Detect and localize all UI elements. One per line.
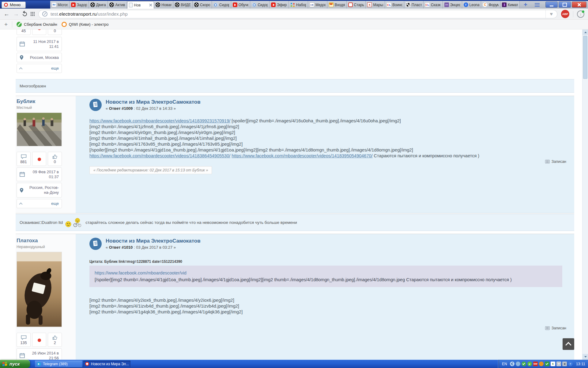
location-pin-icon [20,188,24,193]
username-link[interactable]: Платоха [17,238,76,244]
scroll-to-top-button[interactable] [563,338,574,350]
location-text: Россия, Ростов-на-Дону [26,185,59,195]
bookmark-qiwi[interactable]: QIWI (Киви) - электро [62,22,109,27]
browser-tab[interactable]: Сидор [212,1,231,9]
browser-tab[interactable]: Сидор [250,1,270,9]
browser-tab[interactable]: Leonar [462,1,481,9]
body-line: [img2 thumb=./images/4/1g4qk36_thumb.jpe… [89,309,566,315]
location-box: Россия, Москва [17,53,62,62]
minimize-button[interactable] [545,2,558,8]
taskbar-button-opera[interactable]: Новости из Мира Эл... [83,361,130,367]
post-row-1010: Платоха Неравнодушный 135 2 [16,234,574,360]
browser-tab[interactable]: Двига [89,1,108,9]
tray-help-icon[interactable]: ? [568,362,573,366]
browser-tab[interactable]: Стары [347,1,366,9]
opera-menu-button[interactable]: Меню [2,2,26,8]
likes-count-box: 0 [48,29,62,35]
address-bar[interactable]: test.electrotransport.ru/ussr/index.php … [38,10,557,18]
speed-dial-button[interactable] [31,12,35,16]
messages-count: 135 [20,340,27,345]
youtube-icon [71,2,76,7]
username-link[interactable]: Бублик [17,98,76,105]
tray-volume-icon[interactable] [562,362,567,366]
forward-button[interactable]: → [13,11,19,17]
browser-tab[interactable]: Скоро [193,1,212,9]
topic-title-link[interactable]: Новости из Мира ЭлектроСамокатов [106,238,201,244]
browser-tab[interactable]: Форум [481,1,500,9]
join-date-box: 11 Ноя 2017 в 11:41 [17,37,62,51]
browser-tab[interactable]: Новая [154,1,173,9]
likes-count: 2 [54,340,56,345]
browser-tab[interactable]: Актив [108,1,127,9]
pin-box [32,152,46,166]
tray-flag-icon[interactable] [545,362,549,366]
scrollbar-thumb[interactable] [583,36,587,79]
start-button[interactable]: пуск [0,360,30,368]
last-edit-note: « Последнее редактирование: 02 Дек 2017 … [89,166,212,174]
thumbs-up-icon [52,335,57,340]
back-button[interactable]: ← [4,11,9,17]
taskbar-button-telegram[interactable]: Telegram (389) [35,361,82,367]
youtube-icon [271,2,276,7]
topic-title-link[interactable]: Новости из Мира ЭлектроСамокатов [106,99,201,105]
scrollbar-up-arrow[interactable] [582,29,588,35]
page-scrollbar[interactable] [582,29,588,360]
close-button[interactable] [572,2,586,8]
browser-tab[interactable]: Пласти [404,1,424,9]
new-tab-button[interactable]: + [520,1,531,9]
site-badge-icon[interactable] [42,11,47,17]
more-info-toggle[interactable]: еще [17,199,62,208]
tab-label: Microsof [58,3,68,7]
browser-tab[interactable]: Набор [289,1,308,9]
browser-tab[interactable]: Марья [366,1,385,9]
browser-tab[interactable]: Задорн [70,1,89,9]
facebook-video-link[interactable]: https://www.facebook.com/mboardescooter/… [89,118,230,123]
tray-sw-cube-icon[interactable]: SW [533,362,538,366]
film-reel-icon [109,2,114,7]
browser-tab[interactable]: ВИДЕО [173,1,193,9]
more-info-toggle[interactable]: еще [17,64,62,73]
logged-row: Записан [89,159,566,164]
tray-mail-icon[interactable] [556,362,561,366]
browser-tab[interactable]: Медоф [308,1,327,9]
tab-label: Актив [115,3,125,7]
browser-tab[interactable]: Энцеф [443,1,462,9]
facebook-video-link[interactable]: https://www.facebook.com/mboardescooter/… [89,153,230,158]
avatar-image [17,252,62,327]
browser-tab-active[interactable]: Нов [127,1,154,9]
tray-finance-icon[interactable]: $ [551,362,555,366]
reload-button[interactable] [22,11,28,17]
tab-list-button[interactable] [531,1,543,9]
browser-tab[interactable]: Сказк [424,1,443,9]
tray-utorrent-icon[interactable]: µ [527,362,532,366]
tray-telegram-icon[interactable] [516,362,520,366]
film-reel-icon [90,2,95,7]
meta-open: « [106,245,109,250]
quoted-link[interactable]: https://www.facebook.com/mboardescooter/… [95,270,557,276]
browser-tab[interactable]: Воино [385,1,404,9]
scrollbar-down-arrow[interactable] [582,354,588,360]
browser-tab[interactable]: Входя [327,1,347,9]
bookmark-sberbank[interactable]: Сбербанк Онлайн [17,22,57,27]
add-bookmark-button[interactable]: + [4,21,8,28]
quote-header: Цитата: Бублик link=msg=1228871 date=151… [89,259,566,264]
maximize-button[interactable] [559,2,571,8]
language-indicator[interactable]: EN [500,362,509,366]
bookmark-heart-button[interactable]: ♥ [545,10,557,18]
browser-tab[interactable]: Обуче [231,1,251,9]
download-button[interactable]: ↓ [577,10,584,18]
facebook-video-link[interactable]: https://www.facebook.com/mboardescooter/… [232,153,372,158]
quote-box: https://www.facebook.com/mboardescooter/… [89,266,562,287]
tray-notification-icon[interactable] [539,362,544,366]
cl-badge-icon [386,2,391,7]
browser-tab[interactable]: Эфир [270,1,289,9]
browser-tab[interactable]: Кимат [500,1,520,9]
tray-antivirus-icon[interactable] [522,362,526,366]
tray-collapse-chevron[interactable] [510,362,514,366]
tab-label: Форум [488,3,499,7]
adblock-badge[interactable]: ABP [561,10,569,18]
browser-tab[interactable]: Microsof [50,1,70,9]
messages-count: 45 [21,29,26,33]
tab-label: Сказк [431,3,441,7]
tab-close-icon[interactable] [149,3,152,7]
